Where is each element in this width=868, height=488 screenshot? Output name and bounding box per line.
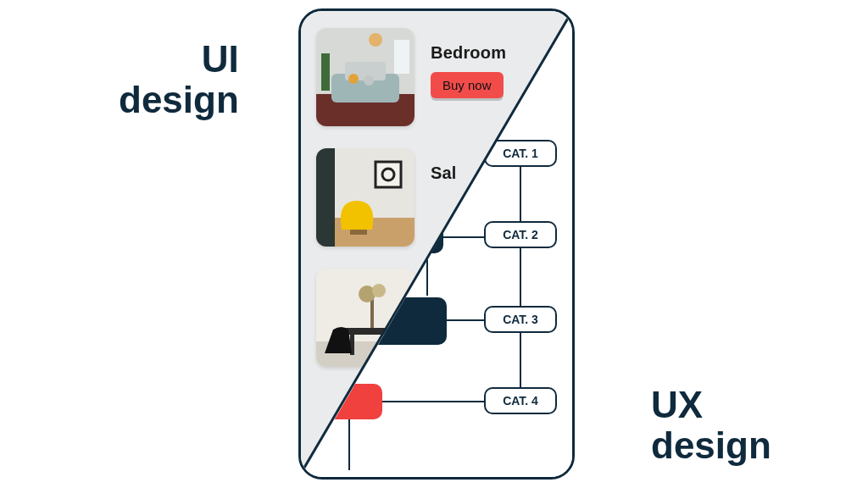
category-label: CAT. 4 (503, 394, 538, 408)
buy-now-button[interactable]: Buy now (431, 72, 504, 98)
category-label: CAT. 3 (503, 313, 538, 326)
svg-point-4 (348, 74, 359, 84)
svg-rect-6 (394, 40, 409, 74)
svg-rect-14 (350, 230, 367, 235)
connector-line (447, 319, 484, 321)
product-title: Bedroom (431, 43, 506, 63)
heading-ux-line1: UX (651, 385, 771, 425)
bedroom-image (316, 28, 415, 126)
category-node-4: CAT. 4 (484, 387, 557, 414)
buy-now-label: Buy now (442, 78, 492, 92)
svg-point-22 (372, 284, 386, 297)
category-node-1: CAT. 1 (484, 140, 557, 167)
product-thumbnail (316, 148, 415, 247)
svg-rect-8 (321, 53, 330, 91)
living-room-image (316, 148, 415, 247)
category-node-3: CAT. 3 (484, 306, 557, 333)
connector-line (348, 419, 350, 470)
heading-ui-design: UI design (119, 39, 239, 121)
heading-ux-line2: design (651, 425, 771, 466)
svg-point-5 (364, 75, 374, 86)
svg-rect-12 (376, 162, 401, 187)
heading-ui-line2: design (119, 80, 239, 120)
category-label: CAT. 1 (503, 147, 538, 160)
heading-ux-design: UX design (651, 385, 771, 467)
heading-ui-line1: UI (119, 39, 239, 80)
svg-rect-11 (316, 148, 335, 247)
connector-line (520, 167, 521, 387)
category-label: CAT. 2 (503, 228, 538, 241)
category-node-2: CAT. 2 (484, 221, 557, 248)
product-thumbnail (316, 28, 415, 126)
product-title: Sal (431, 164, 457, 183)
connector-line (443, 236, 484, 238)
svg-point-7 (369, 33, 382, 47)
connector-line (382, 401, 484, 402)
phone-frame: CAT. 1 CAT. 2 CAT. 3 CAT. 4 (298, 8, 575, 480)
diagram-canvas: UI design UX design CAT. 1 CAT. 2 CAT. (0, 0, 868, 488)
